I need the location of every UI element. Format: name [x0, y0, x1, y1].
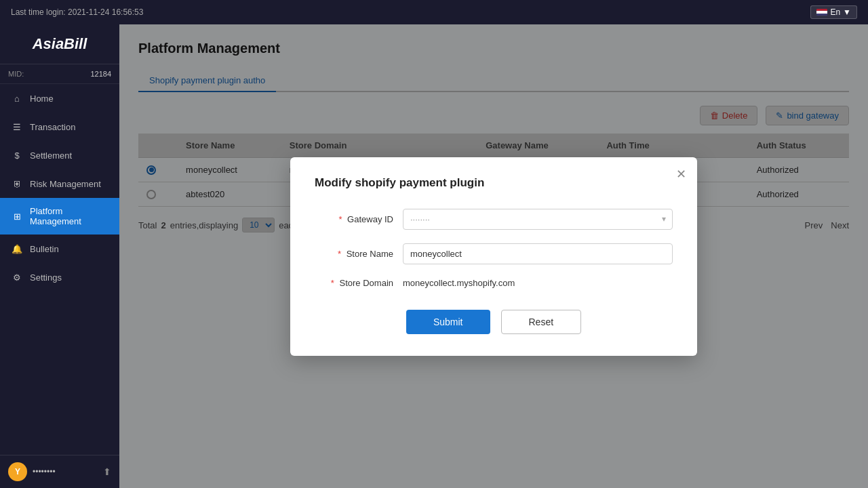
shield-icon: ⛨ — [11, 178, 23, 190]
store-domain-row: * Store Domain moneycollect.myshopify.co… — [315, 278, 673, 288]
store-domain-label: * Store Domain — [315, 278, 403, 288]
logo-text: AsiaBill — [33, 35, 87, 52]
mid-value: 12184 — [90, 70, 111, 78]
topbar: Last time login: 2021-11-24 16:56:53 En … — [0, 0, 868, 24]
store-name-input[interactable] — [403, 243, 673, 264]
gateway-id-row: * Gateway ID ········ ▾ — [315, 209, 673, 230]
sidebar-item-settings[interactable]: ⚙ Settings — [0, 263, 119, 291]
modal-close-button[interactable]: ✕ — [676, 168, 686, 180]
dollar-icon: $ — [11, 149, 23, 161]
sidebar-item-label: Settings — [30, 272, 62, 283]
flag-icon — [816, 9, 827, 16]
store-name-label: * Store Name — [315, 249, 403, 259]
sidebar-item-label: Risk Management — [30, 179, 101, 189]
sidebar-item-label: Transaction — [30, 122, 75, 132]
modal-overlay: Modify shopify payment plugin ✕ * Gatewa… — [119, 24, 868, 488]
sidebar-logo: AsiaBill — [0, 24, 119, 64]
gateway-id-select[interactable]: ········ — [403, 209, 673, 230]
gateway-id-label: * Gateway ID — [315, 214, 403, 224]
language-selector[interactable]: En ▼ — [810, 5, 857, 19]
account-settings-icon[interactable]: ⬆ — [103, 466, 111, 477]
required-star: * — [338, 214, 342, 224]
grid-icon: ⊞ — [11, 210, 23, 222]
sidebar-item-label: Settlement — [30, 150, 72, 161]
lang-label: En — [830, 7, 840, 17]
store-name-row: * Store Name — [315, 243, 673, 264]
modal-actions: Submit Reset — [315, 310, 673, 334]
avatar: Y — [8, 462, 27, 481]
bell-icon: 🔔 — [11, 243, 23, 255]
sidebar-item-home[interactable]: ⌂ Home — [0, 84, 119, 113]
reset-button[interactable]: Reset — [501, 310, 582, 334]
sidebar-item-label: Home — [30, 94, 54, 104]
last-login-text: Last time login: 2021-11-24 16:56:53 — [11, 7, 143, 17]
mid-label: MID: — [8, 70, 24, 78]
required-star: * — [331, 278, 334, 288]
home-icon: ⌂ — [11, 92, 23, 104]
chevron-down-icon: ▼ — [843, 7, 851, 17]
sidebar-mid: MID: 12184 — [0, 64, 119, 84]
sidebar-item-label: Platform Management — [30, 206, 108, 226]
sidebar-item-platform-management[interactable]: ⊞ Platform Management — [0, 198, 119, 235]
sidebar: AsiaBill MID: 12184 ⌂ Home ☰ Transaction… — [0, 24, 119, 488]
store-domain-value: moneycollect.myshopify.com — [403, 278, 515, 288]
modal-title: Modify shopify payment plugin — [315, 176, 673, 190]
required-star: * — [338, 249, 341, 259]
list-icon: ☰ — [11, 121, 23, 133]
main-content: Platform Management Shopify payment plug… — [119, 24, 868, 488]
sidebar-item-transaction[interactable]: ☰ Transaction — [0, 113, 119, 141]
gear-icon: ⚙ — [11, 271, 23, 283]
sidebar-bottom: Y •••••••• ⬆ — [0, 455, 119, 488]
gateway-id-select-wrapper: ········ ▾ — [403, 209, 673, 230]
sidebar-item-settlement[interactable]: $ Settlement — [0, 141, 119, 169]
modal-dialog: Modify shopify payment plugin ✕ * Gatewa… — [290, 157, 697, 356]
sidebar-item-label: Bulletin — [30, 244, 59, 254]
sidebar-item-bulletin[interactable]: 🔔 Bulletin — [0, 235, 119, 263]
sidebar-item-risk-management[interactable]: ⛨ Risk Management — [0, 169, 119, 198]
submit-button[interactable]: Submit — [406, 310, 490, 334]
username: •••••••• — [33, 467, 103, 476]
